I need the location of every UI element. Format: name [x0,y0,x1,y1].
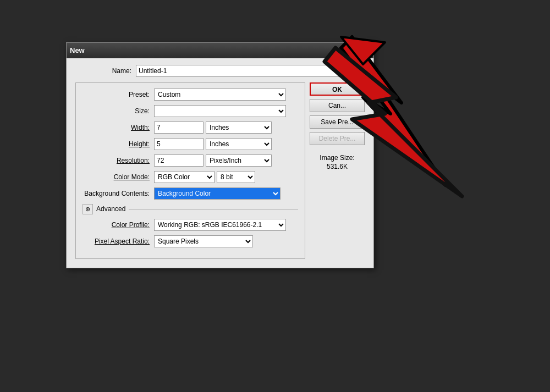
image-size-label: Image Size: [310,154,365,162]
size-row: Size: [82,105,298,117]
width-input[interactable] [154,122,204,134]
name-row: Name: [75,65,365,77]
name-label: Name: [75,67,136,75]
image-size-section: Image Size: 531.6K [310,154,365,170]
preset-row: Preset: Custom Default Photoshop Size U.… [82,89,298,101]
height-row: Height: Inches Pixels Centimeters [82,138,298,150]
color-mode-inputs: RGB Color CMYK Color Grayscale 8 bit 16 … [154,171,255,183]
advanced-toggle-button[interactable]: ⊛ [82,204,93,214]
bg-contents-inputs: Background Color White Transparent [154,187,280,200]
save-preset-button[interactable]: Save Pre... [310,115,365,129]
pixel-aspect-label: Pixel Aspect Ratio: [82,238,154,245]
right-panel: OK Can... Save Pre... Delete Pre... Imag… [310,82,365,259]
resolution-inputs: Pixels/Inch Pixels/Centimeter [154,154,272,167]
pixel-aspect-select[interactable]: Square Pixels [154,235,253,247]
preset-label: Preset: [82,91,154,98]
height-inputs: Inches Pixels Centimeters [154,138,272,150]
ok-button[interactable]: OK [310,82,365,96]
resolution-row: Resolution: Pixels/Inch Pixels/Centimete… [82,154,298,167]
resolution-label: Resolution: [82,157,154,164]
advanced-section: ⊛ Advanced [82,204,298,214]
title-bar: New ✕ [67,43,373,58]
color-depth-select[interactable]: 8 bit 16 bit 32 bit [217,171,255,183]
width-row: Width: Inches Pixels Centimeters [82,122,298,134]
bg-contents-label: Background Contents: [82,190,154,197]
left-panel: Preset: Custom Default Photoshop Size U.… [75,82,305,259]
image-size-value: 531.6K [310,163,365,170]
color-profile-select[interactable]: Working RGB: sRGB IEC61966-2.1 [154,219,286,231]
new-document-dialog: New ✕ Name: Preset: Custom Defau [66,42,374,268]
color-mode-row: Color Mode: RGB Color CMYK Color Graysca… [82,171,298,183]
color-profile-row: Color Profile: Working RGB: sRGB IEC6196… [82,219,298,231]
close-button[interactable]: ✕ [359,46,370,56]
height-input[interactable] [154,138,204,150]
main-area: Preset: Custom Default Photoshop Size U.… [75,82,365,259]
cancel-button[interactable]: Can... [310,99,365,112]
divider [129,209,298,209]
resolution-input[interactable] [154,154,204,167]
width-unit-select[interactable]: Inches Pixels Centimeters [206,122,272,134]
bg-contents-row: Background Contents: Background Color Wh… [82,187,298,200]
pixel-aspect-row: Pixel Aspect Ratio: Square Pixels [82,235,298,247]
preset-select[interactable]: Custom Default Photoshop Size U.S. Paper [154,89,286,101]
height-label: Height: [82,140,154,148]
dialog-content: Name: Preset: Custom Default Photoshop S… [67,58,373,268]
name-input[interactable] [136,65,365,77]
width-inputs: Inches Pixels Centimeters [154,122,272,134]
size-label: Size: [82,107,154,115]
resolution-unit-select[interactable]: Pixels/Inch Pixels/Centimeter [206,154,272,167]
advanced-label: Advanced [96,205,125,213]
size-select[interactable] [154,105,286,117]
height-unit-select[interactable]: Inches Pixels Centimeters [206,138,272,150]
color-profile-label: Color Profile: [82,221,154,229]
bg-contents-select[interactable]: Background Color White Transparent [154,187,280,200]
color-mode-select[interactable]: RGB Color CMYK Color Grayscale [154,171,215,183]
width-label: Width: [82,124,154,131]
delete-preset-button[interactable]: Delete Pre... [310,132,365,145]
color-mode-label: Color Mode: [82,173,154,181]
dialog-title: New [70,46,85,54]
